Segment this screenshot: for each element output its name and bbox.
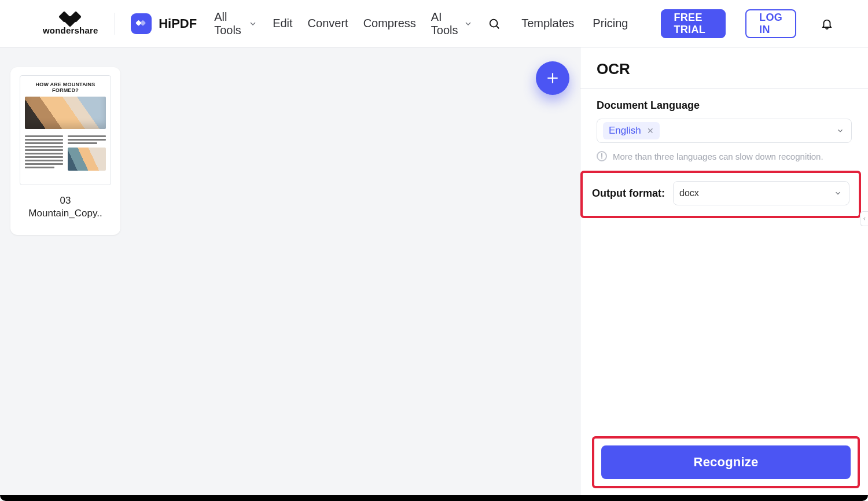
panel-footer: Recognize [580, 436, 868, 501]
svg-line-3 [496, 26, 499, 28]
log-in-button[interactable]: LOG IN [745, 9, 796, 38]
plus-icon [545, 71, 560, 86]
wondershare-word: wondershare [43, 25, 98, 35]
document-language-label: Document Language [597, 100, 852, 112]
notifications-button[interactable] [821, 16, 833, 32]
svg-rect-1 [140, 20, 146, 26]
thumbnail-image-1 [25, 97, 106, 129]
nav-convert[interactable]: Convert [308, 17, 348, 30]
output-format-select[interactable]: docx [673, 181, 849, 205]
free-trial-button[interactable]: FREE TRIAL [661, 9, 726, 38]
nav-all-tools-label: All Tools [214, 10, 244, 37]
nav-convert-label: Convert [308, 17, 348, 30]
nav-compress-label: Compress [363, 17, 416, 30]
file-canvas: HOW ARE MOUNTAINS FORMED? 03 [0, 47, 580, 501]
window-bottom-bar [0, 495, 868, 501]
nav-all-tools[interactable]: All Tools [214, 10, 258, 37]
recognize-button[interactable]: Recognize [601, 445, 851, 479]
search-button[interactable] [488, 16, 501, 32]
thumbnail-image-2 [68, 148, 106, 171]
panel-collapse-handle[interactable] [860, 211, 868, 226]
chevron-down-icon [834, 189, 842, 197]
file-name-line-2: Mountain_Copy.. [22, 207, 109, 220]
chevron-down-icon [464, 19, 473, 28]
output-format-label: Output format: [592, 187, 665, 200]
file-card[interactable]: HOW ARE MOUNTAINS FORMED? 03 [10, 67, 120, 235]
ocr-panel: OCR Document Language English ✕ ! More t… [580, 47, 868, 501]
product-name: HiPDF [159, 16, 197, 31]
search-icon [488, 17, 501, 30]
main-nav: All Tools Edit Convert Compress AI Tools [214, 10, 501, 37]
language-hint-text: More than three languages can slow down … [613, 152, 823, 161]
chevron-down-icon [248, 19, 258, 28]
panel-body: Document Language English ✕ ! More than … [580, 89, 868, 218]
remove-language-icon[interactable]: ✕ [647, 126, 654, 135]
panel-title: OCR [580, 47, 868, 89]
language-pill[interactable]: English ✕ [603, 122, 660, 139]
header-divider [115, 13, 115, 35]
add-file-button[interactable] [536, 61, 569, 95]
output-format-value: docx [679, 188, 699, 198]
nav-ai-tools[interactable]: AI Tools [431, 10, 473, 37]
app-body: HOW ARE MOUNTAINS FORMED? 03 [0, 47, 868, 501]
document-language-select[interactable]: English ✕ [597, 119, 852, 143]
recognize-highlight: Recognize [592, 436, 860, 488]
nav-ai-tools-label: AI Tools [431, 10, 459, 37]
output-format-highlight: Output format: docx [580, 171, 861, 218]
thumbnail-doc-title: HOW ARE MOUNTAINS FORMED? [25, 82, 106, 93]
wondershare-logo[interactable]: wondershare [43, 12, 98, 35]
product-brand[interactable]: HiPDF [131, 13, 197, 34]
file-thumbnail: HOW ARE MOUNTAINS FORMED? [20, 75, 111, 185]
language-pill-label: English [609, 125, 641, 137]
chevron-left-icon [862, 216, 867, 222]
nav-edit-label: Edit [273, 17, 292, 30]
file-name-line-1: 03 [60, 195, 71, 206]
nav-edit[interactable]: Edit [273, 17, 292, 30]
thumbnail-body [25, 134, 106, 171]
wondershare-mark-icon [59, 12, 82, 24]
nav-compress[interactable]: Compress [363, 17, 416, 30]
file-name: 03 Mountain_Copy.. [20, 194, 111, 220]
hipdf-logo-icon [131, 13, 152, 34]
app-header: wondershare HiPDF All Tools Edit Convert… [0, 0, 868, 47]
info-icon: ! [597, 151, 607, 161]
language-hint: ! More than three languages can slow dow… [597, 151, 852, 161]
nav-templates[interactable]: Templates [521, 17, 574, 30]
nav-pricing[interactable]: Pricing [593, 17, 628, 30]
bell-icon [821, 17, 833, 30]
chevron-down-icon [836, 127, 844, 135]
svg-point-2 [490, 19, 498, 27]
